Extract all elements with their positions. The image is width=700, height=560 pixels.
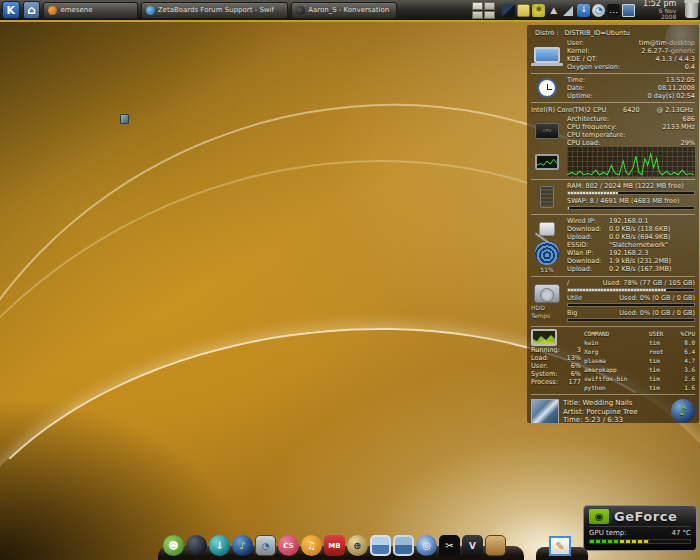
browser-task-icon: [146, 6, 155, 15]
trash-icon[interactable]: [685, 2, 698, 18]
proc-command: python: [584, 383, 649, 392]
divider: [531, 214, 695, 215]
music-service-icon[interactable]: ♫: [301, 535, 322, 556]
desktop-wallpaper: K ⌂ emesene ZetaBoards Forum Support - S…: [0, 0, 700, 560]
row-value: 08.11.2008: [658, 84, 695, 92]
monitor-graph-icon: [535, 154, 559, 170]
row-value: 0.2 KB/s (167.3MB): [609, 265, 672, 273]
image-editor-icon[interactable]: ✎: [549, 536, 571, 556]
gpu-temp-bar: [589, 539, 691, 544]
proc-cpu: 2.6: [675, 374, 695, 383]
info-row: Uptime:0 day(s) 02:54: [567, 92, 695, 100]
col-header: COMMAND: [584, 329, 649, 338]
taskbar: K ⌂ emesene ZetaBoards Forum Support - S…: [0, 0, 700, 22]
distro-label: Distro :: [535, 29, 559, 37]
process-row: Xorgroot6.4: [584, 347, 695, 356]
display-settings-icon[interactable]: [622, 4, 635, 17]
ram-usage-label: RAM: 802 / 2024 MB (1222 MB free): [567, 182, 695, 190]
row-label: CPU frequency:: [567, 123, 617, 131]
system-tray: ✱ ▲ ↓ ◔ …: [502, 4, 635, 17]
row-value: 192.168.2.3: [609, 249, 648, 257]
pager-desktop-4[interactable]: [484, 11, 495, 19]
proc-user: root: [649, 347, 675, 356]
track-title: Title: Wedding Nails: [563, 399, 667, 408]
emesene-tray-icon[interactable]: ✱: [532, 4, 545, 17]
video-editor-icon[interactable]: ✂: [439, 535, 460, 556]
task-emesene[interactable]: emesene: [43, 2, 137, 19]
remote-desktop-icon[interactable]: ◔: [255, 535, 276, 556]
stat-value: 6%: [571, 370, 581, 378]
v-app-icon[interactable]: V: [462, 535, 483, 556]
kmenu-button[interactable]: K: [2, 1, 20, 19]
taskbar-clock[interactable]: 1:52 pm 6 Nov 2008: [642, 0, 676, 20]
row-label: Upload:: [567, 265, 609, 273]
web-globe-icon[interactable]: [186, 535, 207, 556]
process-row: pythontim1.6: [584, 383, 695, 392]
wireless-network-section: 51% ESSID:"Slatchernetwork" Wlan IP:192.…: [531, 241, 695, 274]
contacts-icon[interactable]: ☻: [163, 535, 184, 556]
track-artist: Artist: Porcupine Tree: [563, 408, 667, 417]
info-row: CPU Load:29%: [567, 139, 695, 147]
row-value: 1.9 kB/s (231.2MB): [609, 257, 671, 265]
process-row: kwintim8.0: [584, 338, 695, 347]
track-time: Time: 5:23 / 6:33: [563, 416, 667, 423]
music-section: Title: Wedding Nails Artist: Porcupine T…: [531, 397, 695, 423]
row-value: 13:52:05: [666, 76, 695, 84]
task-zetaboards[interactable]: ZetaBoards Forum Support - Swif: [141, 2, 288, 19]
konqueror-icon[interactable]: ◎: [416, 535, 437, 556]
gpu-temp-value: 47 °C: [671, 529, 691, 537]
download-arrow-icon[interactable]: ↓: [577, 4, 590, 17]
signal-strength-icon[interactable]: [562, 4, 575, 17]
task-konversation[interactable]: Aaron_S - Konversation: [291, 2, 397, 19]
row-label: Kernel:: [567, 47, 590, 55]
proc-cpu: 4.7: [675, 356, 695, 365]
row-value: "Slatchernetwork": [609, 241, 668, 249]
info-row: Upload:0.0 KB/s (694.9KB): [567, 233, 695, 241]
stat-row: Process:177: [531, 378, 581, 386]
red-bars-app-icon[interactable]: MB: [324, 535, 345, 556]
row-value: 29%: [681, 139, 695, 147]
memory-section: RAM: 802 / 2024 MB (1222 MB free) SWAP: …: [531, 182, 695, 212]
ethernet-icon: [539, 222, 555, 236]
album-art: [531, 399, 559, 423]
swap-bar: [567, 206, 695, 210]
display-icon[interactable]: [370, 535, 391, 556]
process-section: Running:3 Load:13% User:6% System:6% Pro…: [531, 329, 695, 392]
dual-display-icon[interactable]: [393, 535, 414, 556]
stat-value: 3: [577, 346, 581, 354]
sticky-notes-icon[interactable]: [517, 4, 530, 17]
network-manager-icon[interactable]: ◔: [592, 4, 605, 17]
pager-desktop-3[interactable]: [472, 11, 483, 19]
download-manager-icon[interactable]: ↓: [209, 535, 230, 556]
cpu-model: 6420: [623, 106, 640, 114]
pager-desktop-1[interactable]: [472, 2, 483, 10]
hdd-icon: [534, 284, 560, 303]
screenshot-tool-icon[interactable]: [502, 4, 515, 17]
row-label: Wlan IP:: [567, 249, 609, 257]
desktop-pager: [472, 2, 495, 19]
lastfm-icon[interactable]: CS: [278, 535, 299, 556]
process-header-row: COMMANDUSER%CPU: [584, 329, 695, 338]
world-clock-icon[interactable]: ⊕: [347, 535, 368, 556]
row-value: 0.4: [685, 63, 695, 71]
conky-system-monitor: Distro : DISTRIB_ID=Ubuntu User:tim@tim-…: [527, 25, 699, 423]
proc-user: tim: [649, 356, 675, 365]
nvidia-logo-icon: ◉: [589, 509, 609, 524]
home-button[interactable]: ⌂: [23, 1, 41, 19]
row-label: Time:: [567, 76, 585, 84]
row-label: ESSID:: [567, 241, 609, 249]
package-manager-icon[interactable]: [485, 535, 506, 556]
stat-label: Running:: [531, 346, 560, 354]
proc-command: amarokapp: [584, 365, 649, 374]
proc-user: tim: [649, 383, 675, 392]
amarok-dock-icon[interactable]: ♪: [232, 535, 253, 556]
dock: ☻ ↓ ♪ ◔ CS ♫ MB ⊕ ◎ ✂ V: [163, 535, 506, 556]
updates-arrow-icon[interactable]: ▲: [547, 4, 560, 17]
info-row: Wlan IP:192.168.2.3: [567, 249, 695, 257]
load-chart-icon: [531, 329, 557, 346]
chat-tray-icon[interactable]: …: [607, 4, 620, 17]
task-label: ZetaBoards Forum Support - Swif: [158, 6, 274, 14]
cpu-load-graph: [567, 147, 695, 177]
pager-desktop-2[interactable]: [484, 2, 495, 10]
cpu-speed: @ 2.13GHz: [657, 106, 693, 114]
